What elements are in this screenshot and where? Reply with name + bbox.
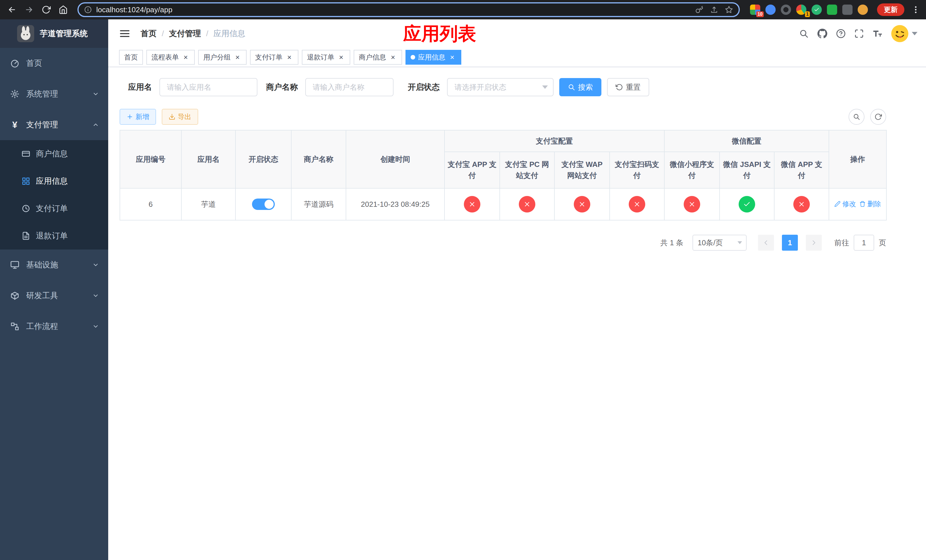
breadcrumb-home[interactable]: 首页 [141,28,157,39]
extension-icon[interactable] [766,5,776,15]
extension-icon[interactable] [827,5,837,15]
tab-label: 首页 [124,53,138,62]
col-header-app-name: 应用名 [182,130,236,188]
sidebar-item-dev-tools[interactable]: 研发工具 [0,280,108,311]
fullscreen-icon[interactable] [854,29,864,38]
plus-icon [126,114,133,120]
reload-icon [42,5,51,14]
search-button[interactable]: 搜索 [559,78,601,96]
delete-button[interactable]: 删除 [859,200,881,209]
toggle-search-button[interactable] [849,109,864,125]
github-icon[interactable] [817,29,828,39]
page-size-select[interactable]: 10条/页 [693,235,747,251]
extension-icon[interactable] [781,5,791,15]
bookmark-star-icon[interactable] [725,6,733,14]
goto-page-input[interactable] [854,235,874,251]
tab-close-icon[interactable] [285,53,293,61]
col-header-alipay-wap: 支付宝 WAP 网站支付 [554,152,610,188]
extension-icon[interactable] [858,5,868,15]
clock-icon [22,204,30,213]
browser-home-button[interactable] [56,2,71,17]
browser-back-button[interactable] [5,2,20,17]
browser-update-button[interactable]: 更新 [877,3,904,16]
dashboard-icon [10,59,20,68]
sidebar-item-merchant-info[interactable]: 商户信息 [0,140,108,168]
browser-forward-button[interactable] [22,2,36,17]
cell-create-time: 2021-10-23 08:49:25 [346,188,445,220]
tab-close-icon[interactable] [448,53,456,61]
browser-menu-button[interactable] [910,2,921,17]
address-bar[interactable]: localhost:1024/pay/app [77,2,740,17]
sidebar-item-system[interactable]: 系统管理 [0,79,108,109]
tab-refund-orders[interactable]: 退款订单 [302,50,350,65]
table-toolbar: 新增 导出 [120,109,886,125]
breadcrumb-separator: / [206,29,209,38]
prev-page-button[interactable] [758,235,774,251]
tab-close-icon[interactable] [337,53,345,61]
breadcrumb-payment[interactable]: 支付管理 [169,28,201,39]
status-select[interactable]: 请选择开启状态 [447,78,554,96]
status-toggle[interactable] [252,198,275,210]
page-number-1[interactable]: 1 [782,235,798,251]
tab-payment-orders[interactable]: 支付订单 [250,50,298,65]
extensions-area: 10 1 [747,5,872,15]
tab-process-form[interactable]: 流程表单 [146,50,195,65]
password-key-icon[interactable] [695,6,703,14]
share-icon[interactable] [710,6,718,14]
merchant-name-input[interactable] [305,78,393,96]
kebab-menu-icon [911,5,920,14]
sidebar-item-refund-orders[interactable]: 退款订单 [0,222,108,250]
alipay-scan-status-icon [629,196,645,212]
pagination-total: 共 1 条 [660,238,683,248]
document-icon [22,232,30,240]
sidebar-item-label: 研发工具 [26,290,58,301]
browser-reload-button[interactable] [39,2,53,17]
goto-label: 前往 [834,238,849,248]
extension-icon[interactable]: 1 [796,5,806,15]
sidebar-toggle-button[interactable] [117,26,133,42]
extension-icon[interactable] [842,5,853,15]
hamburger-icon [119,28,130,39]
extension-icon[interactable] [811,5,822,15]
tab-close-icon[interactable] [389,53,397,61]
col-header-wechat-app: 微信 APP 支付 [774,152,829,188]
sidebar-item-home[interactable]: 首页 [0,48,108,79]
chevron-down-icon [92,292,99,299]
sidebar-item-payment-orders[interactable]: 支付订单 [0,195,108,222]
app-name-input[interactable] [159,78,257,96]
export-button[interactable]: 导出 [162,109,198,125]
add-button-label: 新增 [136,112,149,121]
tab-app-info[interactable]: 应用信息 [406,50,461,65]
sidebar-item-workflow[interactable]: 工作流程 [0,311,108,342]
gear-icon [10,89,20,98]
cell-app-name: 芋道 [182,188,236,220]
sidebar-item-infrastructure[interactable]: 基础设施 [0,250,108,280]
app-logo[interactable]: 芋道管理系统 [0,20,108,48]
add-button[interactable]: 新增 [120,109,156,125]
chevron-down-icon [92,323,99,330]
tab-home[interactable]: 首页 [119,50,143,65]
tab-label: 退款订单 [307,53,334,62]
sidebar-item-app-info[interactable]: 应用信息 [0,168,108,195]
refresh-table-button[interactable] [870,109,886,125]
sidebar: 芋道管理系统 首页 系统管理 ¥ 支付管理 [0,20,108,560]
help-icon[interactable] [836,29,846,38]
tab-close-icon[interactable] [233,53,242,61]
tab-close-icon[interactable] [182,53,190,61]
font-size-icon[interactable] [873,29,883,39]
reset-button[interactable]: 重置 [607,78,649,96]
extension-badge: 10 [756,11,764,17]
col-header-app-id: 应用编号 [120,130,182,188]
search-icon[interactable] [799,29,809,38]
next-page-button[interactable] [806,235,822,251]
payment-submenu: 商户信息 应用信息 支付订单 [0,140,108,250]
site-info-icon[interactable] [84,6,92,14]
tab-merchant-info[interactable]: 商户信息 [354,50,402,65]
sidebar-item-payment[interactable]: ¥ 支付管理 [0,109,108,140]
user-menu[interactable] [891,25,917,42]
edit-button[interactable]: 修改 [834,200,856,209]
tab-user-group[interactable]: 用户分组 [198,50,247,65]
extension-icon[interactable]: 10 [750,5,760,15]
caret-down-icon [912,32,917,35]
status-select-placeholder: 请选择开启状态 [454,82,506,92]
